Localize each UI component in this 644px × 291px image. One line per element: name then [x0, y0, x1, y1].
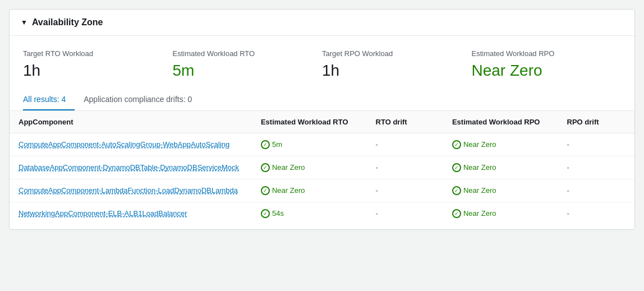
cell-rpo: ✓Near Zero	[443, 133, 558, 156]
col-header-rpo-drift: RPO drift	[558, 111, 634, 133]
rto-status: ✓Near Zero	[261, 186, 358, 195]
check-icon: ✓	[452, 140, 461, 149]
rto-value: 54s	[272, 209, 284, 218]
rpo-status: ✓Near Zero	[452, 209, 549, 218]
results-table: AppComponent Estimated Workload RTO RTO …	[10, 111, 634, 225]
cell-rto: ✓Near Zero	[252, 179, 367, 202]
check-icon: ✓	[261, 209, 270, 218]
metric-target-rto-value: 1h	[23, 61, 159, 80]
rpo-status: ✓Near Zero	[452, 186, 549, 195]
cell-rpo: ✓Near Zero	[443, 202, 558, 225]
metric-target-rpo-label: Target RPO Workload	[322, 49, 458, 58]
table-row: ComputeAppComponent-AutoScalingGroup-Web…	[10, 133, 634, 156]
metric-target-rto: Target RTO Workload 1h	[23, 49, 173, 80]
metric-estimated-rpo: Estimated Workload RPO Near Zero	[472, 49, 622, 80]
table-container: AppComponent Estimated Workload RTO RTO …	[10, 111, 634, 229]
rto-value: Near Zero	[272, 186, 305, 195]
rto-value: 5m	[272, 140, 282, 149]
card-title: Availability Zone	[32, 17, 103, 27]
metric-target-rpo-value: 1h	[322, 61, 458, 80]
metrics-row: Target RTO Workload 1h Estimated Workloa…	[10, 36, 634, 89]
tab-all-results[interactable]: All results: 4	[23, 89, 75, 110]
cell-rto-drift: -	[367, 156, 443, 179]
cell-rto-drift: -	[367, 179, 443, 202]
cell-app: ComputeAppComponent-LambdaFunction-LoadD…	[10, 179, 252, 202]
rpo-value: Near Zero	[463, 140, 496, 149]
metric-estimated-rpo-label: Estimated Workload RPO	[472, 49, 608, 58]
table-header-row: AppComponent Estimated Workload RTO RTO …	[10, 111, 634, 133]
app-component-link[interactable]: ComputeAppComponent-LambdaFunction-LoadD…	[19, 186, 238, 195]
metric-target-rto-label: Target RTO Workload	[23, 49, 159, 58]
app-component-link[interactable]: DatabaseAppComponent-DynamoDBTable-Dynam…	[19, 163, 239, 172]
cell-rpo-drift: -	[558, 202, 634, 225]
rpo-status: ✓Near Zero	[452, 163, 549, 172]
metric-target-rpo: Target RPO Workload 1h	[322, 49, 472, 80]
table-row: NetworkingAppComponent-ELB-ALB1LoadBalan…	[10, 202, 634, 225]
metric-estimated-rto-label: Estimated Workload RTO	[173, 49, 309, 58]
check-icon: ✓	[261, 140, 270, 149]
rpo-status: ✓Near Zero	[452, 140, 549, 149]
cell-rpo: ✓Near Zero	[443, 179, 558, 202]
metric-estimated-rto: Estimated Workload RTO 5m	[173, 49, 323, 80]
cell-app: ComputeAppComponent-AutoScalingGroup-Web…	[10, 133, 252, 156]
cell-rpo-drift: -	[558, 156, 634, 179]
availability-zone-card: ▼ Availability Zone Target RTO Workload …	[9, 9, 635, 230]
rpo-value: Near Zero	[463, 186, 496, 195]
rpo-value: Near Zero	[463, 163, 496, 172]
app-component-link[interactable]: ComputeAppComponent-AutoScalingGroup-Web…	[19, 140, 229, 149]
col-header-rpo: Estimated Workload RPO	[443, 111, 558, 133]
tab-compliance-drifts[interactable]: Application compliance drifts: 0	[84, 89, 201, 110]
rto-value: Near Zero	[272, 163, 305, 172]
col-header-app: AppComponent	[10, 111, 252, 133]
check-icon: ✓	[261, 186, 270, 195]
cell-rto-drift: -	[367, 133, 443, 156]
rto-status: ✓Near Zero	[261, 163, 358, 172]
cell-rto-drift: -	[367, 202, 443, 225]
col-header-rto-drift: RTO drift	[367, 111, 443, 133]
card-header: ▼ Availability Zone	[10, 10, 634, 36]
check-icon: ✓	[261, 163, 270, 172]
rpo-value: Near Zero	[463, 209, 496, 218]
col-header-rto: Estimated Workload RTO	[252, 111, 367, 133]
cell-rpo-drift: -	[558, 133, 634, 156]
rto-status: ✓54s	[261, 209, 358, 218]
metric-estimated-rpo-value: Near Zero	[472, 61, 608, 80]
metric-estimated-rto-value: 5m	[173, 61, 309, 80]
collapse-icon[interactable]: ▼	[21, 19, 27, 26]
check-icon: ✓	[452, 209, 461, 218]
check-icon: ✓	[452, 163, 461, 172]
cell-app: DatabaseAppComponent-DynamoDBTable-Dynam…	[10, 156, 252, 179]
cell-app: NetworkingAppComponent-ELB-ALB1LoadBalan…	[10, 202, 252, 225]
cell-rto: ✓5m	[252, 133, 367, 156]
table-row: DatabaseAppComponent-DynamoDBTable-Dynam…	[10, 156, 634, 179]
cell-rto: ✓Near Zero	[252, 156, 367, 179]
rto-status: ✓5m	[261, 140, 358, 149]
tabs-row: All results: 4 Application compliance dr…	[10, 89, 634, 111]
table-row: ComputeAppComponent-LambdaFunction-LoadD…	[10, 179, 634, 202]
cell-rpo-drift: -	[558, 179, 634, 202]
check-icon: ✓	[452, 186, 461, 195]
cell-rpo: ✓Near Zero	[443, 156, 558, 179]
app-component-link[interactable]: NetworkingAppComponent-ELB-ALB1LoadBalan…	[19, 209, 187, 218]
cell-rto: ✓54s	[252, 202, 367, 225]
